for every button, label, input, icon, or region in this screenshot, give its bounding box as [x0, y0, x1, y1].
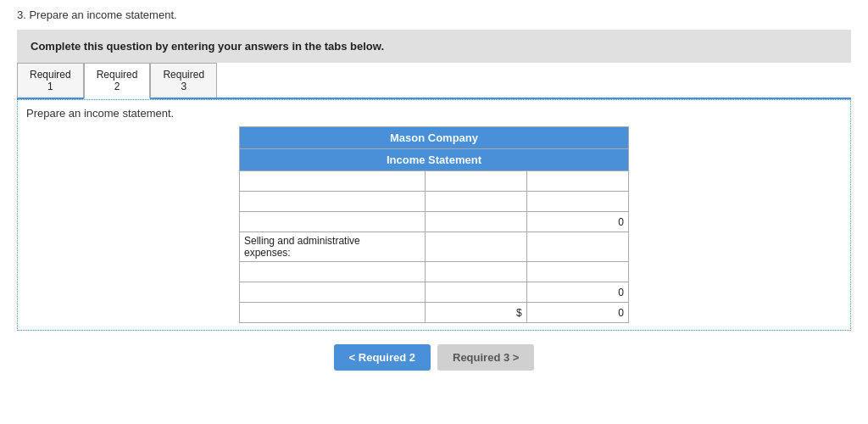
row1-label-input[interactable]: [244, 176, 420, 187]
row2-value-input[interactable]: [430, 196, 522, 208]
row6-label-input[interactable]: [244, 287, 420, 298]
tab-required3[interactable]: Required3: [150, 63, 217, 98]
row7-label-input[interactable]: [244, 307, 420, 319]
row3-label-input[interactable]: [244, 216, 420, 228]
next-button[interactable]: Required 3 >: [437, 344, 534, 371]
row5-total-input[interactable]: [531, 266, 624, 278]
table-row: [240, 192, 629, 212]
selling-label: Selling and administrativeexpenses:: [240, 232, 426, 262]
row6-total: 0: [526, 282, 628, 303]
company-name: Mason Company: [240, 127, 629, 149]
table-row: $ 0: [240, 303, 629, 323]
row5-value-input[interactable]: [430, 266, 522, 278]
dollar-sign: $: [425, 303, 526, 323]
table-row: 0: [240, 212, 629, 232]
row7-total: 0: [526, 303, 628, 323]
bottom-nav: < Required 2 Required 3 >: [17, 344, 851, 371]
row5-label-input[interactable]: [244, 266, 420, 278]
statement-title: Income Statement: [240, 149, 629, 171]
row2-label-input[interactable]: [244, 196, 420, 208]
table-row: Selling and administrativeexpenses:: [240, 232, 629, 262]
table-row: 0: [240, 282, 629, 303]
tab-required2[interactable]: Required2: [84, 63, 151, 99]
tab-required1[interactable]: Required1: [17, 63, 84, 98]
row1-total-input[interactable]: [531, 176, 624, 187]
tab-instruction: Prepare an income statement.: [26, 107, 842, 120]
table-row: [240, 171, 629, 192]
top-instruction: 3. Prepare an income statement.: [17, 8, 851, 21]
prev-button[interactable]: < Required 2: [334, 344, 431, 371]
income-table: Mason Company Income Statement 0 Selling…: [239, 126, 629, 323]
row3-total: 0: [526, 212, 628, 232]
table-row: [240, 262, 629, 282]
tabs-container: Required1 Required2 Required3: [17, 63, 851, 99]
tab-content: Prepare an income statement. Mason Compa…: [17, 99, 851, 331]
question-box: Complete this question by entering your …: [17, 30, 851, 63]
row1-value-input[interactable]: [430, 176, 522, 187]
row2-total-input[interactable]: [531, 196, 624, 208]
